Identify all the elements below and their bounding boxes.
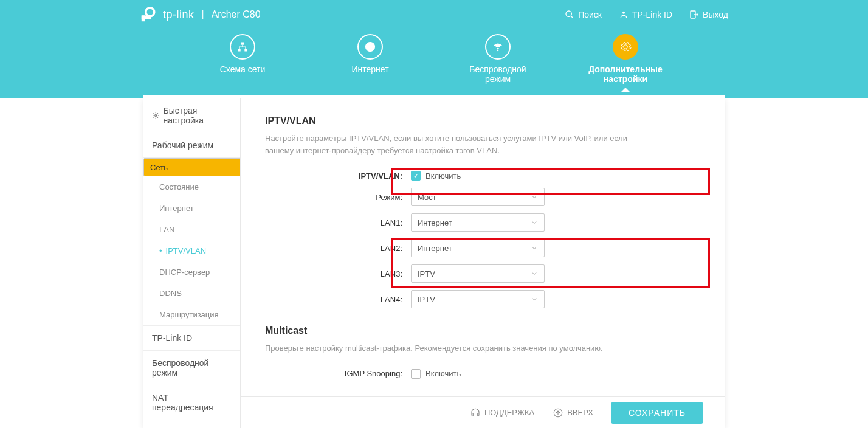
search-link[interactable]: Поиск — [565, 10, 602, 19]
multicast-description: Проверьте настройку multicast-трафика. Р… — [265, 342, 642, 354]
sidebar-label: Беспроводной режим — [152, 358, 232, 378]
sidebar-label: TP-Link ID — [152, 333, 192, 343]
svg-rect-2 — [142, 15, 151, 19]
nav-label: Схема сети — [220, 64, 266, 74]
chevron-down-icon — [531, 219, 538, 226]
mode-label: Режим: — [265, 193, 411, 202]
row-igmp: IGMP Snooping: Включить — [265, 369, 700, 379]
igmp-chk-label: Включить — [425, 369, 461, 378]
headset-icon — [470, 407, 481, 418]
sidebar-label: Рабочий режим — [152, 140, 213, 150]
row-mode: Режим: Мост — [265, 188, 700, 206]
lan1-select[interactable]: Интернет — [411, 213, 545, 232]
sidebar-sub-status[interactable]: Состояние — [143, 176, 240, 198]
sidebar-nat[interactable]: NAT переадресация — [143, 385, 240, 419]
logo: tp-link — [140, 6, 195, 23]
lan1-value: Интернет — [418, 218, 452, 227]
lan2-value: Интернет — [418, 244, 452, 253]
lan2-select[interactable]: Интернет — [411, 239, 545, 257]
enable-chk-label: Включить — [425, 171, 461, 181]
enable-label: IPTV/VLAN: — [265, 171, 411, 181]
chevron-down-icon — [531, 193, 538, 201]
lan1-label: LAN1: — [265, 218, 411, 227]
search-icon — [565, 10, 574, 19]
up-label: ВВЕРХ — [567, 408, 593, 417]
svg-point-5 — [622, 12, 625, 14]
tplink-id-link[interactable]: TP-Link ID — [619, 10, 672, 19]
wifi-icon — [492, 41, 504, 53]
chevron-down-icon — [531, 270, 538, 277]
sidebar-sub-internet[interactable]: Интернет — [143, 198, 240, 219]
mode-select[interactable]: Мост — [411, 188, 545, 206]
nav-wireless[interactable]: Беспроводной режим — [461, 34, 534, 84]
up-arrow-icon — [553, 407, 563, 418]
lan3-value: IPTV — [418, 269, 435, 278]
header: tp-link | Archer C80 Поиск TP-Link ID Вы… — [0, 0, 868, 98]
lan3-label: LAN3: — [265, 269, 411, 278]
nav-label: Интернет — [351, 64, 388, 74]
sidebar-sub-dhcp[interactable]: DHCP-сервер — [143, 261, 240, 283]
svg-rect-8 — [238, 49, 241, 51]
logout-label: Выход — [703, 10, 728, 19]
nav-network-map[interactable]: Схема сети — [206, 34, 279, 84]
nav-label: Беспроводной режим — [461, 64, 534, 84]
lan4-label: LAN4: — [265, 295, 411, 304]
support-label: ПОДДЕРЖКА — [484, 408, 534, 417]
sidebar-operation-mode[interactable]: Рабочий режим — [143, 133, 240, 158]
row-lan1: LAN1: Интернет — [265, 213, 700, 232]
logout-icon — [689, 10, 699, 19]
chevron-down-icon — [531, 244, 538, 252]
network-map-icon — [236, 41, 249, 53]
nav-advanced[interactable]: Дополнительные настройки — [589, 34, 662, 84]
sidebar-quick-setup[interactable]: Быстрая настройка — [143, 98, 240, 133]
up-link[interactable]: ВВЕРХ — [553, 407, 593, 418]
sidebar-network[interactable]: Сеть — [143, 158, 241, 176]
sidebar: Быстрая настройка Рабочий режим Сеть Сос… — [143, 98, 241, 428]
igmp-label: IGMP Snooping: — [265, 369, 411, 378]
lan4-select[interactable]: IPTV — [411, 290, 545, 308]
sidebar-wireless[interactable]: Беспроводной режим — [143, 351, 240, 385]
header-right: Поиск TP-Link ID Выход — [565, 10, 728, 19]
row-lan2: LAN2: Интернет — [265, 239, 700, 257]
svg-point-3 — [566, 11, 571, 16]
multicast-title: Multicast — [265, 325, 700, 336]
lan2-label: LAN2: — [265, 244, 411, 253]
enable-checkbox[interactable] — [411, 171, 421, 181]
user-icon — [619, 10, 629, 19]
logout-link[interactable]: Выход — [689, 10, 728, 19]
sidebar-sub-lan[interactable]: LAN — [143, 219, 240, 240]
content-area: IPTV/VLAN Настройте параметры IPTV/VLAN,… — [241, 98, 725, 428]
sidebar-label: Сеть — [150, 163, 168, 172]
svg-point-14 — [155, 114, 157, 116]
support-link[interactable]: ПОДДЕРЖКА — [470, 407, 534, 418]
svg-line-4 — [571, 16, 573, 18]
sidebar-tplink-id[interactable]: TP-Link ID — [143, 325, 240, 351]
chevron-down-icon — [531, 295, 538, 303]
igmp-checkbox[interactable] — [411, 369, 421, 379]
header-top: tp-link | Archer C80 Поиск TP-Link ID Вы… — [0, 0, 868, 29]
sidebar-label: Быстрая настройка — [163, 106, 232, 125]
sidebar-sub-routing[interactable]: Маршрутизация — [143, 304, 240, 325]
lan4-value: IPTV — [418, 295, 435, 304]
nav-internet[interactable]: Интернет — [334, 34, 407, 84]
sidebar-sub-iptv[interactable]: IPTV/VLAN — [143, 240, 240, 261]
divider: | — [202, 9, 204, 20]
brand-text: tp-link — [163, 9, 195, 21]
search-label: Поиск — [578, 10, 602, 19]
svg-rect-9 — [244, 49, 247, 51]
gear-icon — [619, 41, 632, 53]
sidebar-label: NAT переадресация — [152, 393, 232, 412]
lan3-select[interactable]: IPTV — [411, 264, 545, 283]
main-panel: Быстрая настройка Рабочий режим Сеть Сос… — [143, 98, 725, 428]
sidebar-sub-ddns[interactable]: DDNS — [143, 283, 240, 304]
save-button[interactable]: СОХРАНИТЬ — [611, 402, 703, 424]
model-name: Archer C80 — [212, 9, 261, 20]
mode-value: Мост — [418, 193, 436, 202]
svg-point-13 — [497, 50, 498, 51]
tplink-id-label: TP-Link ID — [632, 10, 672, 19]
row-lan3: LAN3: IPTV — [265, 264, 700, 283]
iptv-title: IPTV/VLAN — [265, 116, 700, 126]
globe-icon — [364, 41, 376, 53]
main-nav: Схема сети Интернет Беспроводной режим Д… — [0, 29, 868, 84]
row-lan4: LAN4: IPTV — [265, 290, 700, 308]
